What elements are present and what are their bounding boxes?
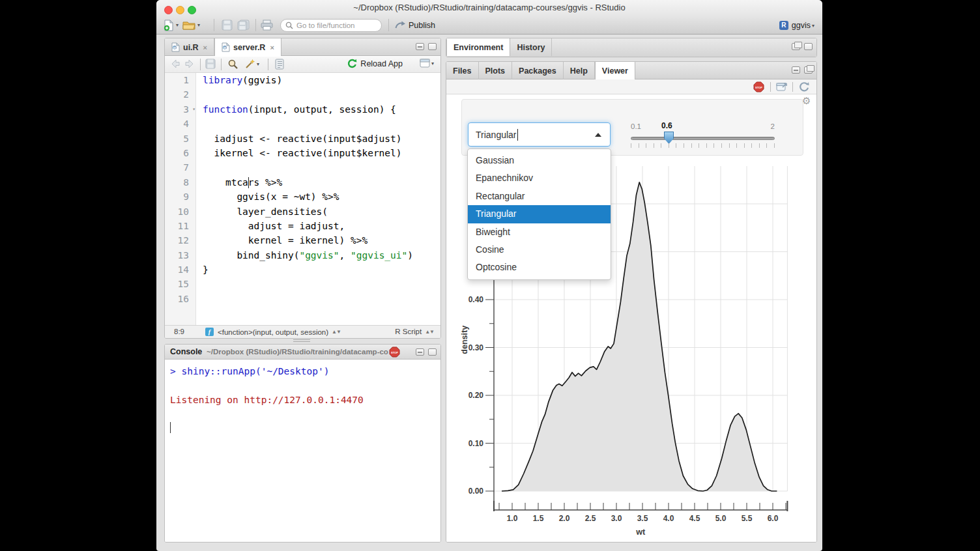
svg-text:0.00: 0.00 <box>468 487 484 496</box>
save-button[interactable] <box>205 59 216 69</box>
maximize-pane-icon[interactable] <box>804 43 813 50</box>
dropdown-option-cosine[interactable]: Cosine <box>468 241 611 259</box>
open-folder-icon <box>182 20 196 31</box>
tab-help[interactable]: Help <box>564 62 595 79</box>
tab-server-r[interactable]: R server.R × <box>214 38 281 56</box>
code-line[interactable]: 10 layer_densities( <box>165 205 440 219</box>
function-scope-selector[interactable]: f <function>(input, output, session) ▲▼ <box>205 328 341 336</box>
minimize-pane-icon[interactable] <box>416 348 424 356</box>
open-file-button[interactable]: ▾ <box>182 18 200 32</box>
back-button[interactable] <box>170 59 180 69</box>
code-line[interactable]: 7 <box>165 160 440 175</box>
close-tab-icon[interactable]: × <box>203 44 207 51</box>
dropdown-option-rectangular[interactable]: Rectangular <box>468 188 611 205</box>
tab-plots[interactable]: Plots <box>479 62 513 79</box>
code-line[interactable]: 1library(ggvis) <box>165 73 440 87</box>
chevron-down-icon: ▾ <box>257 61 259 67</box>
restore-pane-icon[interactable] <box>792 43 800 50</box>
code-editor[interactable]: 1library(ggvis)23▾function(input, output… <box>165 73 440 306</box>
source-on-save-pane-button[interactable]: ▾ <box>420 59 434 68</box>
console-output[interactable]: > shiny::runApp('~/Desktop') Listening o… <box>165 360 440 542</box>
code-line[interactable]: 14} <box>165 262 440 277</box>
search-icon <box>285 21 293 29</box>
tab-packages[interactable]: Packages <box>512 62 564 79</box>
print-icon <box>261 20 273 31</box>
code-line[interactable]: 13 bind_shiny("ggvis", "ggvis_ui") <box>165 248 440 262</box>
maximize-pane-icon[interactable] <box>428 348 437 356</box>
code-line[interactable]: 6 ikernel <- reactive(input$kernel) <box>165 146 440 160</box>
reload-app-button[interactable]: Reload App <box>347 59 403 68</box>
code-line[interactable]: 2 <box>165 87 440 102</box>
text-cursor <box>248 177 249 188</box>
line-number: 16 <box>165 292 196 306</box>
save-all-button[interactable] <box>237 18 250 32</box>
chevron-up-icon <box>595 133 601 137</box>
close-tab-icon[interactable]: × <box>270 44 274 51</box>
line-number: 9 <box>165 190 196 204</box>
line-number: 7 <box>165 160 196 175</box>
tab-history[interactable]: History <box>510 38 552 56</box>
stop-app-button[interactable]: STOP <box>753 81 764 92</box>
search-icon <box>227 59 238 70</box>
dropdown-option-biweight[interactable]: Biweight <box>468 223 611 241</box>
slider-value-label: 0.6 <box>661 121 672 130</box>
updown-icon: ▲▼ <box>425 329 434 335</box>
minimize-pane-icon[interactable] <box>792 66 800 74</box>
fold-arrow-icon[interactable]: ▾ <box>192 102 195 117</box>
publish-button[interactable]: Publish <box>395 18 435 32</box>
goto-file-function-input[interactable]: Go to file/function <box>280 19 382 32</box>
project-menu-button[interactable]: R ggvis ▾ <box>779 19 814 32</box>
kernel-select[interactable]: Triangular <box>468 122 611 147</box>
dropdown-option-gaussian[interactable]: Gaussian <box>468 152 611 169</box>
tab-viewer[interactable]: Viewer <box>595 62 635 79</box>
svg-text:2.5: 2.5 <box>585 514 596 523</box>
dropdown-option-epanechnikov[interactable]: Epanechnikov <box>468 169 611 187</box>
project-icon: R <box>779 21 788 30</box>
back-arrow-icon <box>170 59 180 69</box>
separator <box>792 82 793 92</box>
code-line[interactable]: 4 <box>165 117 440 131</box>
dropdown-option-triangular[interactable]: Triangular <box>468 205 611 223</box>
find-button[interactable] <box>227 59 238 70</box>
file-type-label: R Script <box>395 328 422 335</box>
print-button[interactable] <box>261 18 273 32</box>
tab-label: Environment <box>454 43 503 52</box>
save-button[interactable] <box>222 18 233 32</box>
code-line[interactable]: 11 adjust = iadjust, <box>165 219 440 233</box>
dropdown-option-optcosine[interactable]: Optcosine <box>468 259 611 276</box>
console-pane: Console ~/Dropbox (RStudio)/RStudio/trai… <box>164 344 441 543</box>
tab-label: server.R <box>233 43 265 52</box>
maximize-pane-icon[interactable] <box>428 43 437 50</box>
bandwidth-slider: 0.1 0.6 2 <box>631 122 775 152</box>
tab-ui-r[interactable]: R ui.R × <box>165 38 214 56</box>
slider-track[interactable] <box>631 137 775 140</box>
svg-text:STOP: STOP <box>391 351 398 354</box>
new-file-button[interactable]: ▾ <box>163 18 179 32</box>
stop-button[interactable]: STOP <box>389 346 400 358</box>
code-line[interactable]: 3▾function(input, output, session) { <box>165 102 440 117</box>
code-line[interactable]: 8 mtcars %>% <box>165 175 440 190</box>
svg-text:5.5: 5.5 <box>742 514 753 523</box>
open-in-new-window-button[interactable] <box>776 81 788 92</box>
slider-handle[interactable] <box>664 132 674 144</box>
gear-icon[interactable]: ⚙ <box>802 95 811 107</box>
file-type-selector[interactable]: R Script ▲▼ <box>395 328 434 335</box>
code-line[interactable]: 15 <box>165 277 440 291</box>
refresh-button[interactable] <box>799 81 810 92</box>
tab-files[interactable]: Files <box>446 62 479 79</box>
minimize-pane-icon[interactable] <box>416 43 424 50</box>
tab-environment[interactable]: Environment <box>446 38 510 56</box>
code-line[interactable]: 12 kernel = ikernel) %>% <box>165 233 440 247</box>
pane-resize-handle[interactable] <box>293 339 310 343</box>
svg-text:4.5: 4.5 <box>689 514 700 523</box>
code-tools-button[interactable]: ▾ <box>244 59 259 70</box>
code-line[interactable]: 9 ggvis(x = ~wt) %>% <box>165 190 440 204</box>
forward-button[interactable] <box>184 59 195 69</box>
line-number: 1 <box>165 73 196 87</box>
code-line[interactable]: 16 <box>165 292 440 306</box>
restore-pane-icon[interactable] <box>804 66 813 74</box>
kernel-select-value: Triangular <box>476 130 517 140</box>
separator <box>255 19 256 31</box>
compile-report-button[interactable] <box>274 59 285 70</box>
code-line[interactable]: 5 iadjust <- reactive(input$adjust) <box>165 132 440 146</box>
